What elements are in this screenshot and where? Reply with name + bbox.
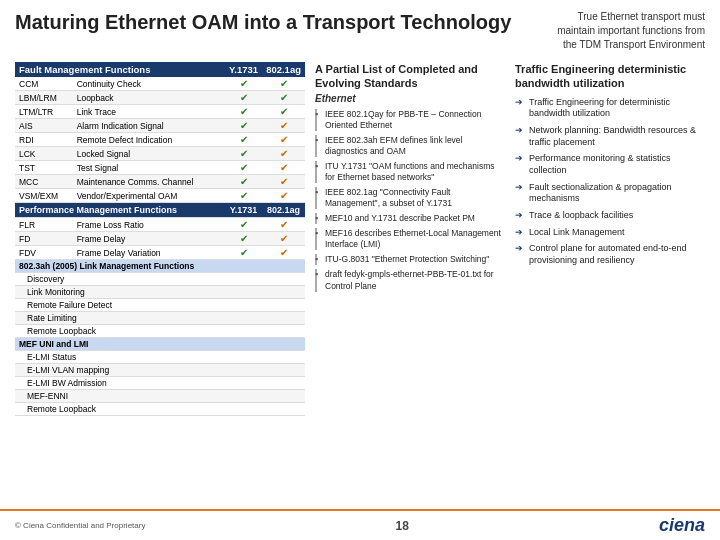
table-row: AISAlarm Indication Signal✔✔ xyxy=(15,119,305,133)
table-row: FDVFrame Delay Variation✔✔ xyxy=(15,246,305,260)
list-item: Local Link Management xyxy=(515,227,705,239)
fm-header: Fault Management Functions xyxy=(15,62,225,77)
table-row: CCMContinuity Check✔✔ xyxy=(15,77,305,91)
fault-management-table: Fault Management Functions Y.1731 802.1a… xyxy=(15,62,305,416)
list-item: ITU Y.1731 "OAM functions and mechanisms… xyxy=(315,161,505,183)
list-item: Performance monitoring & statistics coll… xyxy=(515,153,705,176)
table-row: LTM/LTRLink Trace✔✔ xyxy=(15,105,305,119)
table-row: E-LMI VLAN mapping xyxy=(15,364,305,377)
logo-text: ciena xyxy=(659,515,705,535)
right-panel: Traffic Engineering deterministic bandwi… xyxy=(515,62,705,505)
table-row: Rate Limiting xyxy=(15,312,305,325)
main-content: Fault Management Functions Y.1731 802.1a… xyxy=(0,58,720,509)
table-row: E-LMI Status xyxy=(15,351,305,364)
list-item: IEEE 802.3ah EFM defines link level diag… xyxy=(315,135,505,157)
footer: © Ciena Confidential and Proprietary 18 … xyxy=(0,509,720,540)
list-item: MEF10 and Y.1731 describe Packet PM xyxy=(315,213,505,224)
left-panel: Fault Management Functions Y.1731 802.1a… xyxy=(15,62,305,505)
table-row: MEF-ENNI xyxy=(15,390,305,403)
page: Maturing Ethernet OAM into a Transport T… xyxy=(0,0,720,540)
table-row: FLRFrame Loss Ratio✔✔ xyxy=(15,218,305,232)
right-title: Traffic Engineering deterministic bandwi… xyxy=(515,62,705,91)
middle-panel: A Partial List of Completed and Evolving… xyxy=(315,62,505,505)
list-item: Fault sectionalization & propagation mec… xyxy=(515,182,705,205)
table-row: Discovery xyxy=(15,273,305,286)
perf-section-header: Performance Management FunctionsY.173180… xyxy=(15,203,305,218)
list-item: draft fedyk-gmpls-ethernet-PBB-TE-01.txt… xyxy=(315,269,505,291)
list-item: MEF16 describes Ethernet-Local Managemen… xyxy=(315,228,505,250)
list-item: Network planning: Bandwidth resources & … xyxy=(515,125,705,148)
table-row: MCCMaintenance Comms. Channel✔✔ xyxy=(15,175,305,189)
page-title: Maturing Ethernet OAM into a Transport T… xyxy=(15,10,511,34)
table-row: LBM/LRMLoopback✔✔ xyxy=(15,91,305,105)
table-row: Link Monitoring xyxy=(15,286,305,299)
logo: ciena xyxy=(659,515,705,536)
col-y1731: Y.1731 xyxy=(225,62,262,77)
right-bullets: Traffic Engineering for deterministic ba… xyxy=(515,97,705,267)
table-row: LCKLocked Signal✔✔ xyxy=(15,147,305,161)
list-item: ITU-G.8031 "Ethernet Protection Switchin… xyxy=(315,254,505,265)
copyright: © Ciena Confidential and Proprietary xyxy=(15,521,145,530)
link-section-header: 802.3ah (2005) Link Management Functions xyxy=(15,260,305,273)
header: Maturing Ethernet OAM into a Transport T… xyxy=(0,0,720,58)
list-item: Trace & loopback facilities xyxy=(515,210,705,222)
standards-title: A Partial List of Completed and Evolving… xyxy=(315,62,505,105)
standards-list: IEEE 802.1Qay for PBB-TE – Connection Or… xyxy=(315,109,505,292)
table-row: Remote Failure Detect xyxy=(15,299,305,312)
table-row: RDIRemote Defect Indication✔✔ xyxy=(15,133,305,147)
list-item: IEEE 802.1ag "Connectivity Fault Managem… xyxy=(315,187,505,209)
page-number: 18 xyxy=(396,519,409,533)
col-8021ag: 802.1ag xyxy=(262,62,305,77)
list-item: Control plane for automated end-to-end p… xyxy=(515,243,705,266)
header-description: True Ethernet transport must maintain im… xyxy=(545,10,705,52)
table-row: TSTTest Signal✔✔ xyxy=(15,161,305,175)
table-row: E-LMI BW Admission xyxy=(15,377,305,390)
table-row: Remote Loopback xyxy=(15,403,305,416)
table-row: FDFrame Delay✔✔ xyxy=(15,232,305,246)
list-item: Traffic Engineering for deterministic ba… xyxy=(515,97,705,120)
list-item: IEEE 802.1Qay for PBB-TE – Connection Or… xyxy=(315,109,505,131)
table-row: Remote Loopback xyxy=(15,325,305,338)
mef-section-header: MEF UNI and LMI xyxy=(15,338,305,351)
table-row: VSM/EXMVendor/Experimental OAM✔✔ xyxy=(15,189,305,203)
